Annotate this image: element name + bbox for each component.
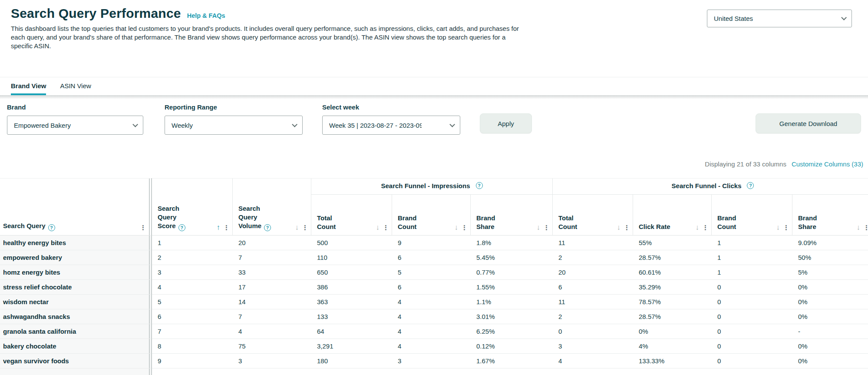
metric-cell	[633, 368, 712, 375]
sort-desc-icon[interactable]: ↓	[617, 224, 621, 231]
column-menu-icon[interactable]: ⋮	[223, 224, 230, 231]
column-header-search-query[interactable]: Search Query ⋮	[0, 178, 152, 236]
customize-columns-link[interactable]: Customize Columns (33)	[792, 160, 863, 168]
sort-desc-icon[interactable]: ↓	[696, 224, 700, 231]
sort-desc-icon[interactable]: ↓	[537, 224, 541, 231]
metric-cell: 0	[712, 354, 792, 368]
column-header-impr-brand-count[interactable]: Brand Count ↓ ⋮	[392, 195, 471, 236]
help-faqs-link[interactable]: Help & FAQs	[187, 12, 225, 19]
group-header-impressions: Search Funnel - Impressions	[311, 178, 553, 195]
reporting-range-filter: Reporting Range Weekly	[165, 103, 303, 135]
table-row: ashwagandha snacks6713343.01%228.57%00%	[0, 309, 868, 324]
metric-cell	[311, 368, 392, 375]
info-icon[interactable]	[48, 224, 55, 231]
metric-cell: 0	[712, 309, 792, 324]
column-menu-icon[interactable]: ⋮	[140, 224, 146, 231]
metric-cell: 0	[712, 324, 792, 339]
metric-cell	[233, 368, 311, 375]
search-query-cell: healthy energy bites	[0, 236, 152, 250]
reporting-range-label: Reporting Range	[165, 103, 303, 111]
sort-desc-icon[interactable]: ↓	[455, 224, 459, 231]
column-header-clicks-brand-share[interactable]: Brand Share ↓ ⋮	[792, 195, 868, 236]
search-query-cell	[0, 368, 152, 375]
info-icon[interactable]	[747, 182, 754, 189]
table-row: bakery chocolate8753,29140.12%34%00%	[0, 339, 868, 354]
metric-cell: 3	[233, 354, 311, 368]
metric-cell: 0.12%	[471, 339, 553, 354]
generate-download-button[interactable]: Generate Download	[756, 113, 861, 133]
sort-asc-icon[interactable]: ↑	[217, 224, 221, 231]
sort-desc-icon[interactable]: ↓	[376, 224, 380, 231]
column-header-search-query-score[interactable]: Search Query Score ↑ ⋮	[152, 178, 233, 236]
metric-cell	[152, 368, 233, 375]
brand-label: Brand	[7, 103, 143, 111]
column-header-clicks-brand-count[interactable]: Brand Count ↓ ⋮	[712, 195, 792, 236]
metric-cell: 6	[553, 280, 633, 295]
metric-cell: 60.61%	[633, 265, 712, 280]
column-menu-icon[interactable]: ⋮	[461, 224, 468, 231]
metric-cell: 0	[553, 324, 633, 339]
search-query-cell: stress relief chocolate	[0, 280, 152, 295]
page-header: Search Query Performance Help & FAQs Thi…	[11, 6, 522, 50]
page-title: Search Query Performance	[11, 6, 181, 21]
table-row: vegan survivor foods9318031.67%4133.33%0…	[0, 354, 868, 368]
column-header-click-rate[interactable]: Click Rate ↓ ⋮	[633, 195, 712, 236]
metric-cell: 0%	[792, 339, 868, 354]
column-menu-icon[interactable]: ⋮	[302, 224, 308, 231]
metric-cell: 17	[233, 280, 311, 295]
column-header-search-query-volume[interactable]: Search Query Volume ↓ ⋮	[233, 178, 311, 236]
column-menu-icon[interactable]: ⋮	[383, 224, 389, 231]
column-menu-icon[interactable]: ⋮	[702, 224, 709, 231]
search-query-performance-page: Search Query Performance Help & FAQs Thi…	[0, 0, 868, 375]
table-row-partial	[0, 368, 868, 375]
metric-cell: 2	[152, 250, 233, 265]
brand-select[interactable]: Empowered Bakery	[7, 116, 143, 135]
info-icon[interactable]	[264, 224, 271, 231]
metric-cell: 110	[311, 250, 392, 265]
metric-cell: 4	[233, 324, 311, 339]
metric-cell: 11	[553, 295, 633, 309]
info-icon[interactable]	[476, 182, 483, 189]
metric-cell: 0%	[792, 295, 868, 309]
sort-desc-icon[interactable]: ↓	[295, 224, 299, 231]
column-menu-icon[interactable]: ⋮	[543, 224, 550, 231]
metric-cell: 7	[152, 324, 233, 339]
column-header-impr-brand-share[interactable]: Brand Share ↓ ⋮	[471, 195, 553, 236]
column-menu-icon[interactable]: ⋮	[863, 224, 868, 231]
select-week-label: Select week	[322, 103, 460, 111]
tab-asin-view[interactable]: ASIN View	[60, 77, 91, 95]
search-query-cell: ashwagandha snacks	[0, 309, 152, 324]
column-menu-icon[interactable]: ⋮	[624, 224, 630, 231]
metric-cell: 0	[712, 339, 792, 354]
metric-cell: 78.57%	[633, 295, 712, 309]
sort-desc-icon[interactable]: ↓	[857, 224, 861, 231]
sort-desc-icon[interactable]: ↓	[776, 224, 780, 231]
metric-cell: 5	[152, 295, 233, 309]
metric-cell: 5	[392, 265, 471, 280]
metric-cell: 0%	[792, 354, 868, 368]
column-menu-icon[interactable]: ⋮	[783, 224, 789, 231]
table-row: stress relief chocolate41738661.55%635.2…	[0, 280, 868, 295]
metric-cell: 55%	[633, 236, 712, 250]
marketplace-select[interactable]: United States	[707, 10, 852, 27]
metric-cell	[553, 368, 633, 375]
table-row: healthy energy bites12050091.8%1155%19.0…	[0, 236, 868, 250]
reporting-range-select[interactable]: Weekly	[165, 116, 303, 135]
info-icon[interactable]	[178, 224, 185, 231]
table-row: wisdom nectar51436341.1%1178.57%00%	[0, 295, 868, 309]
metric-cell: 1	[712, 265, 792, 280]
metric-cell: 3.01%	[471, 309, 553, 324]
metric-cell: 363	[311, 295, 392, 309]
metric-cell: 75	[233, 339, 311, 354]
column-header-impr-total-count[interactable]: Total Count ↓ ⋮	[311, 195, 392, 236]
apply-button[interactable]: Apply	[480, 113, 532, 133]
tab-brand-view[interactable]: Brand View	[11, 77, 46, 95]
dashboard-description: This dashboard lists the top queries tha…	[11, 24, 522, 50]
column-header-clicks-total-count[interactable]: Total Count ↓ ⋮	[553, 195, 633, 236]
metric-cell: 133	[311, 309, 392, 324]
metric-cell: 650	[311, 265, 392, 280]
metric-cell: 6.25%	[471, 324, 553, 339]
tabbar-shadow	[0, 95, 868, 99]
week-select[interactable]: Week 35 | 2023-08-27 - 2023-09	[322, 116, 460, 135]
chevron-down-icon	[132, 122, 138, 127]
